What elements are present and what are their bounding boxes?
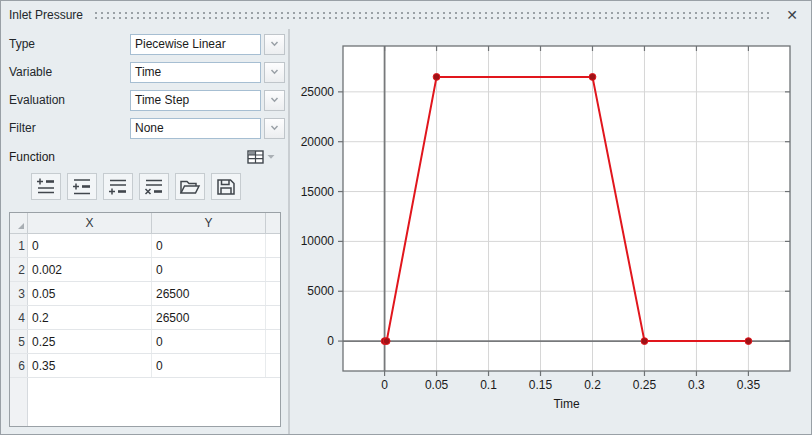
append-row-button[interactable] (103, 173, 133, 200)
type-combo[interactable]: Piecewise Linear (130, 34, 285, 55)
panel-title: Inlet Pressure (9, 8, 83, 22)
svg-text:15000: 15000 (301, 185, 335, 199)
column-header-filler (266, 213, 280, 233)
filter-label: Filter (9, 121, 130, 135)
table-row[interactable]: 2 0.002 0 (10, 258, 280, 282)
grid-corner-icon (18, 223, 24, 229)
delete-row-button[interactable] (139, 173, 169, 200)
function-toolbar (31, 173, 288, 200)
properties-panel: Type Piecewise Linear Variable Time (1, 29, 288, 434)
open-function-button[interactable] (175, 173, 205, 200)
cell-x[interactable]: 0.25 (28, 330, 152, 353)
row-number-strip (10, 378, 28, 426)
table-row[interactable]: 5 0.25 0 (10, 330, 280, 354)
column-header-x[interactable]: X (28, 213, 152, 233)
chevron-down-icon (270, 69, 279, 75)
row-number[interactable]: 2 (10, 258, 28, 281)
field-row-filter: Filter None (9, 117, 288, 139)
function-plot: 00.050.10.150.20.250.30.3505000100001500… (290, 29, 811, 434)
cell-filler (266, 258, 280, 281)
cell-filler (266, 306, 280, 329)
row-number[interactable]: 4 (10, 306, 28, 329)
svg-text:25000: 25000 (301, 85, 335, 99)
insert-row-above-button[interactable] (67, 173, 97, 200)
delete-row-icon (143, 177, 165, 197)
cell-x[interactable]: 0.002 (28, 258, 152, 281)
variable-combo[interactable]: Time (130, 62, 285, 83)
function-points-table[interactable]: X Y 1 0 0 2 0.002 0 3 (9, 212, 281, 427)
cell-y[interactable]: 0 (152, 330, 266, 353)
svg-text:10000: 10000 (301, 234, 335, 248)
chevron-down-icon (270, 97, 279, 103)
row-number[interactable]: 3 (10, 282, 28, 305)
row-number[interactable]: 1 (10, 234, 28, 257)
field-row-type: Type Piecewise Linear (9, 33, 288, 55)
svg-text:0.25: 0.25 (633, 378, 657, 392)
function-label: Function (9, 150, 55, 164)
variable-dropdown-button[interactable] (264, 62, 285, 83)
variable-label: Variable (9, 65, 130, 79)
svg-text:0.3: 0.3 (688, 378, 705, 392)
evaluation-combo[interactable]: Time Step (130, 90, 285, 111)
insert-row-first-button[interactable] (31, 173, 61, 200)
filter-combo[interactable]: None (130, 118, 285, 139)
field-row-variable: Variable Time (9, 61, 288, 83)
svg-text:20000: 20000 (301, 135, 335, 149)
svg-text:0.35: 0.35 (737, 378, 761, 392)
table-row[interactable]: 6 0.35 0 (10, 354, 280, 378)
cell-y[interactable]: 26500 (152, 282, 266, 305)
evaluation-dropdown-button[interactable] (264, 90, 285, 111)
field-row-evaluation: Evaluation Time Step (9, 89, 288, 111)
cell-y[interactable]: 0 (152, 258, 266, 281)
save-function-button[interactable] (211, 173, 241, 200)
append-row-icon (107, 177, 129, 197)
filter-value[interactable]: None (130, 118, 261, 139)
function-section-header: Function (9, 147, 288, 167)
svg-text:0: 0 (327, 334, 334, 348)
cell-x[interactable]: 0.2 (28, 306, 152, 329)
svg-text:0.05: 0.05 (425, 378, 449, 392)
drag-handle-dots[interactable] (95, 12, 770, 19)
cell-filler (266, 234, 280, 257)
insert-row-above-icon (71, 177, 93, 197)
save-file-icon (215, 177, 237, 197)
table-header-row: X Y (10, 213, 280, 234)
svg-text:5000: 5000 (307, 284, 334, 298)
svg-text:0.15: 0.15 (529, 378, 553, 392)
cell-y[interactable]: 0 (152, 234, 266, 257)
cell-y[interactable]: 26500 (152, 306, 266, 329)
close-icon[interactable]: ✕ (782, 5, 802, 25)
svg-text:0.1: 0.1 (480, 378, 497, 392)
chevron-down-icon (270, 125, 279, 131)
cell-filler (266, 330, 280, 353)
cell-x[interactable]: 0.35 (28, 354, 152, 377)
type-dropdown-button[interactable] (264, 34, 285, 55)
table-row[interactable]: 3 0.05 26500 (10, 282, 280, 306)
table-row[interactable]: 1 0 0 (10, 234, 280, 258)
variable-value[interactable]: Time (130, 62, 261, 83)
row-number[interactable]: 6 (10, 354, 28, 377)
panel-titlebar: Inlet Pressure ✕ (1, 1, 811, 29)
chevron-down-icon (267, 154, 275, 160)
svg-text:0.2: 0.2 (584, 378, 601, 392)
table-view-menu-button[interactable] (247, 150, 275, 164)
evaluation-label: Evaluation (9, 93, 130, 107)
type-value[interactable]: Piecewise Linear (130, 34, 261, 55)
table-grid-icon (247, 150, 265, 164)
table-corner-cell[interactable] (10, 213, 28, 233)
function-plot-panel: 00.050.10.150.20.250.30.3505000100001500… (290, 29, 811, 434)
type-label: Type (9, 37, 130, 51)
table-empty-area (10, 378, 280, 426)
row-number[interactable]: 5 (10, 330, 28, 353)
inlet-pressure-panel: Inlet Pressure ✕ Type Piecewise Linear V… (0, 0, 812, 435)
column-header-y[interactable]: Y (152, 213, 266, 233)
svg-text:Time: Time (553, 397, 580, 411)
insert-row-first-icon (35, 177, 57, 197)
chevron-down-icon (270, 41, 279, 47)
cell-x[interactable]: 0 (28, 234, 152, 257)
evaluation-value[interactable]: Time Step (130, 90, 261, 111)
cell-x[interactable]: 0.05 (28, 282, 152, 305)
filter-dropdown-button[interactable] (264, 118, 285, 139)
cell-y[interactable]: 0 (152, 354, 266, 377)
table-row[interactable]: 4 0.2 26500 (10, 306, 280, 330)
